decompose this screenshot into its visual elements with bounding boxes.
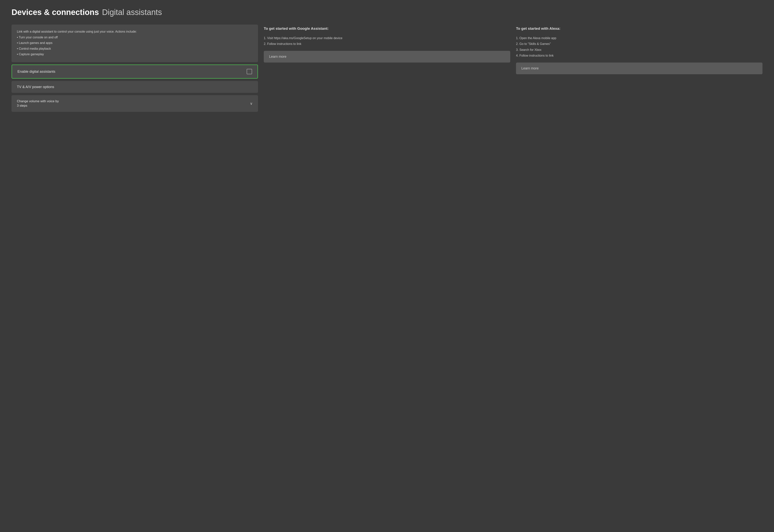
info-description: Link with a digital assistant to control… xyxy=(17,29,253,34)
main-content: Link with a digital assistant to control… xyxy=(12,25,762,112)
google-step-1: 1. Visit https://aka.ms/GoogleSetup on y… xyxy=(264,35,510,41)
info-action-3: • Control media playback xyxy=(17,46,253,51)
volume-voice-card[interactable]: Change volume with voice by 3 steps ∨ xyxy=(12,95,258,112)
alexa-steps: 1. Open the Alexa mobile app 2. Go to "S… xyxy=(516,35,762,59)
alexa-step-2: 2. Go to "Skills & Games" xyxy=(516,41,762,47)
alexa-column: To get started with Alexa: 1. Open the A… xyxy=(516,25,762,74)
info-action-1: • Turn your console on and off xyxy=(17,35,253,40)
alexa-step-1: 1. Open the Alexa mobile app xyxy=(516,35,762,41)
google-learn-more-button[interactable]: Learn more xyxy=(264,51,510,63)
chevron-down-icon: ∨ xyxy=(250,101,253,106)
info-action-4: • Capture gameplay xyxy=(17,52,253,57)
breadcrumb-secondary: Digital assistants xyxy=(102,8,162,17)
alexa-step-3: 3. Search for Xbox xyxy=(516,47,762,53)
google-learn-more-label: Learn more xyxy=(269,55,286,59)
tv-power-options-label: TV & A/V power options xyxy=(17,85,54,89)
breadcrumb-primary: Devices & connections xyxy=(12,8,99,17)
alexa-learn-more-label: Learn more xyxy=(521,66,539,70)
page-header: Devices & connections Digital assistants xyxy=(12,8,762,17)
google-assistant-steps: 1. Visit https://aka.ms/GoogleSetup on y… xyxy=(264,35,510,47)
left-column: Link with a digital assistant to control… xyxy=(12,25,258,112)
google-assistant-column: To get started with Google Assistant: 1.… xyxy=(264,25,510,63)
volume-voice-label: Change volume with voice by 3 steps xyxy=(17,99,59,108)
google-step-2: 2. Follow instructions to link xyxy=(264,41,510,47)
alexa-step-4: 4. Follow instructions to link xyxy=(516,53,762,59)
enable-digital-assistants-label: Enable digital assistants xyxy=(17,69,55,74)
alexa-title: To get started with Alexa: xyxy=(516,26,762,31)
alexa-learn-more-button[interactable]: Learn more xyxy=(516,63,762,74)
enable-digital-assistants-card[interactable]: Enable digital assistants xyxy=(12,64,258,79)
info-action-2: • Launch games and apps xyxy=(17,40,253,45)
tv-power-options-card[interactable]: TV & A/V power options xyxy=(12,81,258,93)
info-card: Link with a digital assistant to control… xyxy=(12,25,258,62)
enable-digital-assistants-checkbox[interactable] xyxy=(247,69,252,74)
google-assistant-title: To get started with Google Assistant: xyxy=(264,26,510,31)
